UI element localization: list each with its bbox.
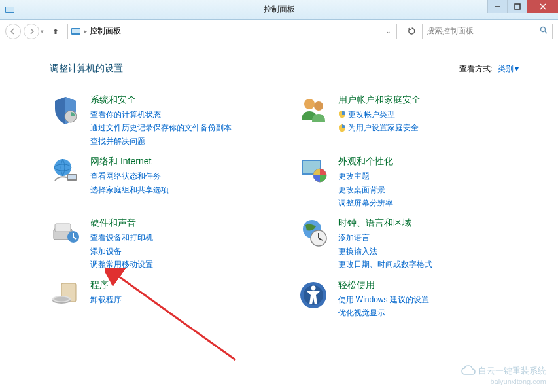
maximize-button[interactable] <box>507 0 527 13</box>
category-link[interactable]: 添加设备 <box>90 245 271 258</box>
view-mode-row: 查看方式: 类别 ▾ <box>459 63 519 75</box>
category-title[interactable]: 系统和安全 <box>90 94 271 106</box>
category-appearance: 外观和个性化 更改主题 更改桌面背景 调整屏幕分辨率 <box>298 156 519 209</box>
svg-rect-1 <box>6 7 14 12</box>
refresh-button[interactable] <box>404 24 419 39</box>
navigation-bar: ▾ ▸ 控制面板 ⌄ 搜索控制面板 <box>0 20 558 43</box>
ease-of-access-icon <box>298 279 329 311</box>
category-link[interactable]: 调整屏幕分辨率 <box>338 196 519 209</box>
forward-button[interactable] <box>24 24 39 39</box>
svg-point-11 <box>304 99 315 109</box>
category-user-accounts: 用户帐户和家庭安全 更改帐户类型 为用户设置家庭安全 <box>298 94 519 148</box>
category-link[interactable]: 使用 Windows 建议的设置 <box>338 293 519 306</box>
category-link[interactable]: 卸载程序 <box>90 293 271 306</box>
search-placeholder: 搜索控制面板 <box>427 26 474 37</box>
breadcrumb-text[interactable]: 控制面板 <box>90 26 121 37</box>
svg-point-12 <box>314 101 323 111</box>
address-dropdown[interactable]: ⌄ <box>383 28 394 35</box>
category-link[interactable]: 优化视觉显示 <box>338 306 519 319</box>
category-link[interactable]: 查找并解决问题 <box>90 135 271 148</box>
category-link[interactable]: 更改帐户类型 <box>338 108 519 121</box>
category-title[interactable]: 用户帐户和家庭安全 <box>338 94 519 106</box>
category-link[interactable]: 更改日期、时间或数字格式 <box>338 258 519 271</box>
category-link[interactable]: 为用户设置家庭安全 <box>338 121 519 134</box>
address-bar[interactable]: ▸ 控制面板 ⌄ <box>67 24 397 39</box>
category-link[interactable]: 更换输入法 <box>338 245 519 258</box>
breadcrumb-separator: ▸ <box>84 27 87 35</box>
network-icon <box>50 156 81 187</box>
category-title[interactable]: 轻松使用 <box>338 279 519 291</box>
window-titlebar: 控制面板 <box>0 0 558 20</box>
control-panel-icon <box>71 26 81 37</box>
category-link[interactable]: 查看网络状态和任务 <box>90 169 271 183</box>
category-link[interactable]: 通过文件历史记录保存你的文件备份副本 <box>90 121 271 134</box>
programs-icon <box>50 279 81 311</box>
svg-rect-21 <box>55 224 71 232</box>
content-area: 调整计算机的设置 查看方式: 类别 ▾ 系统和安全 查看你的计算机状态 通过文件… <box>0 43 558 332</box>
category-link[interactable]: 查看你的计算机状态 <box>90 108 271 121</box>
category-programs: 程序 卸载程序 <box>50 279 271 320</box>
uac-shield-icon <box>338 111 346 118</box>
svg-rect-7 <box>72 29 80 33</box>
watermark: 白云一键重装系统 baiyunxitong.com <box>461 365 546 385</box>
view-mode-dropdown[interactable]: 类别 ▾ <box>498 63 519 75</box>
chevron-down-icon: ▾ <box>515 64 519 73</box>
category-title[interactable]: 网络和 Internet <box>90 156 271 168</box>
view-label: 查看方式: <box>459 63 493 75</box>
window-title: 控制面板 <box>264 4 295 15</box>
svg-rect-3 <box>515 4 520 9</box>
shield-icon <box>50 94 81 126</box>
users-icon <box>298 94 329 126</box>
uac-shield-icon <box>338 124 346 132</box>
svg-rect-16 <box>68 175 76 179</box>
search-input[interactable]: 搜索控制面板 <box>422 24 553 39</box>
close-button[interactable] <box>527 0 558 13</box>
category-title[interactable]: 时钟、语言和区域 <box>338 217 519 229</box>
category-title[interactable]: 硬件和声音 <box>90 217 271 229</box>
search-icon <box>540 26 548 37</box>
back-button[interactable] <box>5 24 21 39</box>
category-system-security: 系统和安全 查看你的计算机状态 通过文件历史记录保存你的文件备份副本 查找并解决… <box>50 94 271 148</box>
minimize-button[interactable] <box>487 0 507 13</box>
category-ease-of-access: 轻松使用 使用 Windows 建议的设置 优化视觉显示 <box>298 279 519 320</box>
svg-point-13 <box>54 159 71 176</box>
svg-point-8 <box>541 27 546 31</box>
category-link[interactable]: 查看设备和打印机 <box>90 231 271 244</box>
category-link[interactable]: 更改主题 <box>338 169 519 183</box>
appearance-icon <box>298 156 329 187</box>
window-controls <box>487 0 558 13</box>
category-link[interactable]: 选择家庭组和共享选项 <box>90 183 271 196</box>
category-title[interactable]: 外观和个性化 <box>338 156 519 168</box>
svg-point-30 <box>54 296 69 301</box>
hardware-icon <box>50 217 81 249</box>
category-link[interactable]: 添加语言 <box>338 231 519 244</box>
svg-point-33 <box>311 285 315 290</box>
watermark-url: baiyunxitong.com <box>461 378 546 385</box>
up-button[interactable] <box>49 25 62 38</box>
category-title[interactable]: 程序 <box>90 279 271 291</box>
category-link[interactable]: 调整常用移动设置 <box>90 258 271 271</box>
history-dropdown[interactable]: ▾ <box>41 28 44 35</box>
category-hardware: 硬件和声音 查看设备和打印机 添加设备 调整常用移动设置 <box>50 217 271 271</box>
clock-globe-icon <box>298 217 329 249</box>
app-icon <box>4 4 16 16</box>
svg-line-9 <box>545 31 547 33</box>
page-title: 调整计算机的设置 <box>50 63 123 75</box>
watermark-text: 白云一键重装系统 <box>478 366 546 376</box>
category-network: 网络和 Internet 查看网络状态和任务 选择家庭组和共享选项 <box>50 156 271 209</box>
category-link[interactable]: 更改桌面背景 <box>338 183 519 196</box>
cloud-icon <box>461 365 476 378</box>
category-clock-language: 时钟、语言和区域 添加语言 更换输入法 更改日期、时间或数字格式 <box>298 217 519 271</box>
